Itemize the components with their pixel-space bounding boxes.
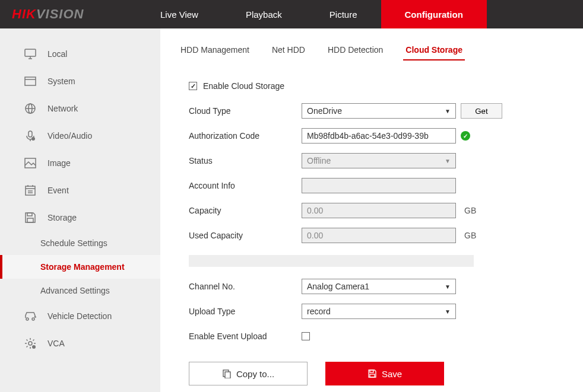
topnav-live-view[interactable]: Live View (137, 0, 222, 28)
sidebar-item-local[interactable]: Local (0, 40, 160, 68)
account-info-label: Account Info (189, 181, 302, 190)
capacity-label: Capacity (189, 206, 302, 215)
status-select: Offline ▼ (302, 153, 456, 168)
sidebar-item-event[interactable]: Event (0, 177, 160, 204)
cloud-type-label: Cloud Type (189, 106, 302, 116)
gear-icon (24, 337, 37, 350)
channel-select[interactable]: Analog Camera1 ▼ (302, 279, 456, 294)
capacity-row: Capacity 0.00 GB (189, 203, 583, 218)
topnav-playback[interactable]: Playback (222, 0, 306, 28)
cloud-type-value: OneDrive (307, 106, 342, 116)
enable-event-upload-checkbox[interactable] (302, 332, 310, 340)
sidebar-item-system[interactable]: System (0, 68, 160, 95)
sidebar-label: Network (47, 104, 78, 113)
calendar-icon (24, 184, 37, 197)
sidebar-item-network[interactable]: Network (0, 95, 160, 122)
copy-icon (222, 369, 232, 378)
svg-point-21 (32, 318, 34, 320)
sidebar-item-image[interactable]: Image (0, 149, 160, 177)
upload-type-value: record (307, 307, 331, 316)
account-info-input (302, 178, 456, 193)
upload-type-row: Upload Type record ▼ (189, 304, 583, 319)
topnav: Live View Playback Picture Configuration (137, 0, 487, 28)
cloud-type-select[interactable]: OneDrive ▼ (302, 103, 456, 119)
sidebar-label: Video/Audio (47, 131, 92, 141)
auth-code-value: Mb98fdb4b-a6ac-54e3-0d99-39b (307, 131, 429, 141)
auth-code-input[interactable]: Mb98fdb4b-a6ac-54e3-0d99-39b (302, 128, 456, 144)
cloud-storage-form: Enable Cloud Storage Cloud Type OneDrive… (178, 78, 583, 385)
tab-hdd-detection[interactable]: HDD Detection (325, 40, 385, 60)
svg-rect-3 (25, 77, 36, 85)
enable-event-row: Enable Event Upload (189, 329, 583, 344)
chevron-down-icon: ▼ (445, 308, 451, 315)
svg-point-20 (26, 318, 28, 320)
used-capacity-row: Used Capacity 0.00 GB (189, 228, 583, 243)
enable-row: Enable Cloud Storage (189, 78, 583, 94)
sidebar-sub-storage-management[interactable]: Storage Management (0, 255, 160, 279)
enable-cloud-storage-checkbox[interactable] (189, 82, 197, 90)
capacity-value: 0.00 (307, 206, 323, 215)
svg-rect-8 (28, 131, 32, 137)
sidebar: Local System Network Video/Audio Image E… (0, 28, 160, 392)
chevron-down-icon: ▼ (445, 283, 451, 290)
tab-net-hdd[interactable]: Net HDD (270, 40, 308, 60)
section-divider (189, 255, 474, 267)
sidebar-item-storage[interactable]: Storage (0, 204, 160, 231)
enable-cloud-storage-label: Enable Cloud Storage (203, 81, 284, 91)
auth-code-row: Authorization Code Mb98fdb4b-a6ac-54e3-0… (189, 128, 583, 144)
svg-rect-25 (225, 372, 230, 378)
sidebar-item-vehicle-detection[interactable]: Vehicle Detection (0, 302, 160, 330)
save-icon (24, 211, 37, 224)
save-button[interactable]: Save (325, 362, 444, 385)
svg-point-22 (28, 342, 32, 345)
tab-cloud-storage[interactable]: Cloud Storage (403, 40, 465, 60)
status-label: Status (189, 156, 302, 165)
channel-label: Channel No. (189, 282, 302, 291)
check-circle-icon: ✓ (461, 131, 470, 141)
topnav-configuration[interactable]: Configuration (381, 0, 487, 28)
enable-event-upload-label: Enable Event Upload (189, 332, 302, 341)
save-icon (367, 369, 377, 378)
logo-red: HIK (12, 7, 36, 21)
svg-point-23 (32, 345, 36, 349)
tab-hdd-management[interactable]: HDD Management (178, 40, 252, 60)
container: Local System Network Video/Audio Image E… (0, 28, 583, 392)
topnav-picture[interactable]: Picture (306, 0, 381, 28)
used-capacity-input: 0.00 (302, 228, 456, 243)
save-label: Save (382, 369, 402, 379)
main-content: HDD Management Net HDD HDD Detection Clo… (160, 28, 583, 392)
svg-rect-18 (27, 213, 32, 216)
sidebar-item-vca[interactable]: VCA (0, 330, 160, 357)
logo: HIKVISION (0, 7, 137, 22)
upload-type-select[interactable]: record ▼ (302, 304, 456, 319)
sidebar-label: Vehicle Detection (47, 311, 112, 321)
sidebar-label: VCA (47, 339, 65, 348)
sidebar-label: Image (47, 158, 71, 168)
account-info-row: Account Info (189, 178, 583, 193)
globe-icon (24, 102, 37, 115)
sidebar-sub-schedule-settings[interactable]: Schedule Settings (0, 231, 160, 255)
used-capacity-label: Used Capacity (189, 231, 302, 240)
auth-code-label: Authorization Code (189, 131, 302, 141)
logo-gray: VISION (36, 7, 84, 21)
used-capacity-unit: GB (464, 231, 476, 240)
capacity-unit: GB (464, 206, 476, 215)
svg-rect-19 (27, 218, 33, 222)
copy-to-button[interactable]: Copy to... (189, 362, 308, 385)
sidebar-label: Local (47, 49, 67, 59)
action-buttons: Copy to... Save (189, 362, 583, 385)
upload-type-label: Upload Type (189, 307, 302, 316)
cloud-type-row: Cloud Type OneDrive ▼ Get (189, 103, 583, 119)
svg-point-10 (31, 137, 35, 141)
window-icon (24, 75, 37, 88)
status-value: Offline (307, 156, 331, 165)
svg-rect-0 (25, 49, 36, 56)
get-button[interactable]: Get (461, 103, 502, 119)
sidebar-item-video-audio[interactable]: Video/Audio (0, 122, 160, 149)
image-icon (24, 157, 37, 170)
mic-icon (24, 129, 37, 142)
copy-to-label: Copy to... (236, 369, 274, 379)
channel-value: Analog Camera1 (307, 282, 369, 291)
sidebar-sub-advanced-settings[interactable]: Advanced Settings (0, 279, 160, 302)
chevron-down-icon: ▼ (445, 108, 451, 114)
